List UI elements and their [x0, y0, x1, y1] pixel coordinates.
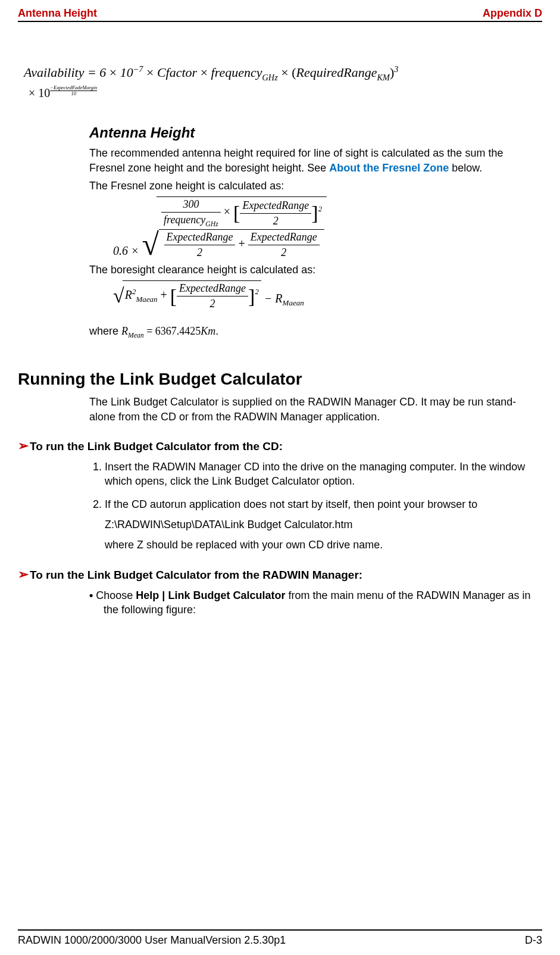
- where-period: .: [215, 325, 218, 337]
- fresnel-two3: 2: [248, 245, 320, 259]
- formula-cube: 3: [394, 64, 398, 74]
- fresnel-zone-link[interactable]: About the Fresnel Zone: [329, 162, 449, 174]
- proc1-title: To run the Link Budget Calculator from t…: [30, 440, 283, 452]
- fresnel-freq-sub: GHz: [205, 220, 218, 228]
- boresight-intro: The boresight clearance height is calcul…: [89, 263, 536, 277]
- header-rule: [18, 21, 542, 22]
- where-line: where RMean = 6367.4425Km.: [89, 324, 536, 340]
- where-unit: Km: [201, 325, 215, 337]
- where-eq: = 6367.4425: [144, 325, 201, 337]
- proc2-bullet: Choose Help | Link Budget Calculator fro…: [89, 588, 536, 617]
- formula-reqrange-sub: KM: [377, 73, 390, 82]
- formula-exp-den: 10: [50, 90, 97, 96]
- proc2-title: To run the Link Budget Calculator from t…: [30, 569, 362, 581]
- proc1-steps: Insert the RADWIN Manager CD into the dr…: [89, 460, 536, 552]
- fresnel-exprange2: ExpectedRange: [164, 231, 236, 245]
- formula-lhs: Availability: [24, 65, 84, 80]
- formula-cfactor: Cfactor: [157, 65, 197, 80]
- step-2: If the CD autorun application does not s…: [105, 497, 536, 553]
- arrow-icon: ➢: [18, 567, 29, 582]
- fresnel-sq: 2: [318, 204, 323, 213]
- intro-after: below.: [449, 162, 482, 174]
- antenna-height-intro: The recommended antenna height required …: [89, 146, 536, 175]
- formula-ten: 10: [120, 65, 133, 80]
- proc1-heading: ➢To run the Link Budget Calculator from …: [18, 438, 536, 454]
- where-prefix: where: [89, 325, 121, 337]
- header-left: Antenna Height: [18, 7, 97, 20]
- bs-maean: Maean: [136, 295, 157, 304]
- fresnel-300: 300: [161, 198, 221, 212]
- bs-exprange: ExpectedRange: [177, 282, 248, 296]
- step-2-path: Z:\RADWIN\Setup\DATA\Link Budget Calcula…: [105, 517, 536, 532]
- running-title: Running the Link Budget Calculator: [18, 370, 536, 389]
- arrow-icon: ➢: [18, 438, 29, 453]
- fresnel-coef: 0.6 ×: [113, 244, 139, 257]
- availability-formula: Availability = 6 × 10−7 × Cfactor × freq…: [24, 64, 536, 101]
- where-sub: Mean: [128, 332, 144, 339]
- bs-minus: − R: [264, 292, 283, 305]
- fresnel-two2: 2: [164, 245, 236, 259]
- antenna-height-title: Antenna Height: [89, 124, 536, 141]
- bs-sq: 2: [255, 288, 259, 297]
- step-2-text: If the CD autorun application does not s…: [105, 498, 477, 510]
- fresnel-exprange1: ExpectedRange: [240, 199, 311, 213]
- bs-maean2: Maean: [283, 298, 304, 307]
- where-R: R: [121, 325, 128, 337]
- bs-R: R: [125, 288, 132, 301]
- bullet-prefix: Choose: [96, 589, 136, 601]
- boresight-formula: √ R2Maean + [ExpectedRange2]2 − RMaean: [113, 280, 536, 312]
- fresnel-two1: 2: [240, 213, 311, 227]
- header-right: Appendix D: [483, 7, 542, 20]
- formula-eq: =: [87, 65, 99, 80]
- formula-exp-neg7: −7: [133, 64, 143, 74]
- fresnel-intro: The Fresnel zone height is calculated as…: [89, 179, 536, 193]
- bs-half: 2: [177, 296, 248, 310]
- formula-line2-prefix: × 10: [29, 86, 50, 99]
- step-1: Insert the RADWIN Manager CD into the dr…: [105, 460, 536, 489]
- page-footer: RADWIN 1000/2000/3000 User ManualVersion…: [18, 929, 542, 947]
- page-header: Antenna Height Appendix D: [18, 7, 542, 21]
- fresnel-freq: frequency: [164, 214, 205, 226]
- footer-rule: [18, 929, 542, 931]
- running-intro: The Link Budget Calculator is supplied o…: [89, 395, 536, 424]
- proc2-bullets: Choose Help | Link Budget Calculator fro…: [89, 588, 536, 617]
- footer-right: D-3: [525, 934, 542, 947]
- step-2-note: where Z should be replaced with your own…: [105, 538, 536, 552]
- formula-freq: frequency: [211, 65, 262, 80]
- bullet-bold: Help | Link Budget Calculator: [136, 589, 285, 601]
- proc2-heading: ➢To run the Link Budget Calculator from …: [18, 567, 536, 582]
- formula-reqrange: RequiredRange: [296, 65, 377, 80]
- formula-freq-sub: GHz: [262, 73, 278, 82]
- formula-coef: 6: [99, 65, 106, 80]
- formula-exp-num: −ExpectedFadeMargin: [50, 85, 97, 90]
- fresnel-exprange3: ExpectedRange: [248, 231, 320, 245]
- footer-left: RADWIN 1000/2000/3000 User ManualVersion…: [18, 934, 286, 947]
- fresnel-formula: 0.6 × √ 300 frequencyGHz × [ExpectedRang…: [113, 196, 536, 259]
